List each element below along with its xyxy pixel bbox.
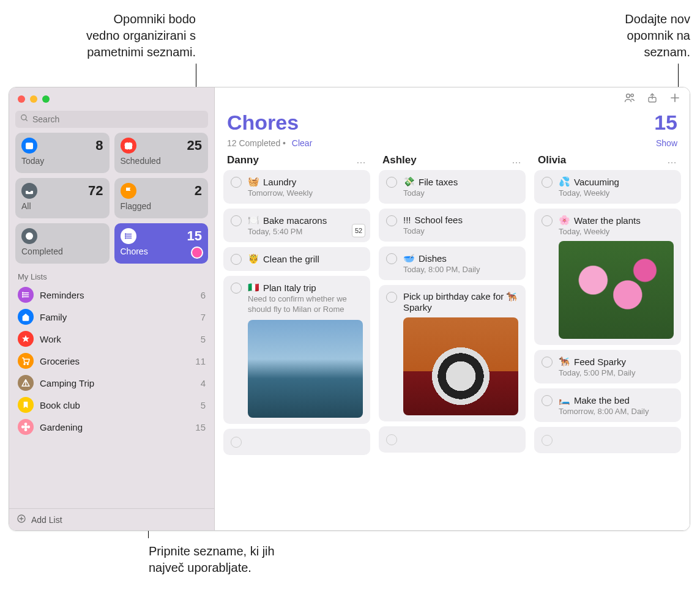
home-icon — [18, 309, 34, 325]
reminder-title: Bake macarons — [263, 215, 327, 226]
reminder-card[interactable]: 🌸Water the plants Today, Weekly — [534, 209, 681, 345]
new-reminder-placeholder[interactable] — [379, 426, 526, 453]
reminder-title: Dishes — [419, 253, 447, 264]
reminder-card[interactable]: 🥣Dishes Today, 8:00 PM, Daily — [379, 246, 526, 280]
complete-checkbox[interactable] — [386, 292, 397, 303]
clear-completed-button[interactable]: Clear — [292, 138, 312, 148]
svg-point-19 — [23, 294, 23, 295]
smart-list-scheduled[interactable]: 25 Scheduled — [114, 133, 209, 173]
smart-list-count: 8 — [95, 138, 103, 154]
list-header: Chores 15 — [215, 111, 690, 138]
reminder-card[interactable]: 💸File taxes Today — [379, 170, 526, 204]
list-name: Family — [40, 312, 195, 322]
close-window-button[interactable] — [18, 95, 25, 103]
plus-circle-icon — [17, 514, 26, 525]
fullscreen-window-button[interactable] — [42, 95, 50, 103]
column-more-button[interactable]: … — [512, 155, 522, 166]
list-row[interactable]: Groceries 11 — [9, 350, 214, 372]
emoji-icon: 🌸 — [559, 215, 570, 226]
collaborate-icon[interactable] — [624, 92, 636, 106]
complete-checkbox[interactable] — [231, 215, 242, 226]
flag-icon — [121, 183, 136, 199]
smart-list-all[interactable]: 72 All — [15, 178, 110, 218]
smart-list-completed[interactable]: Completed — [15, 223, 110, 264]
reminder-subtext: Today — [403, 226, 518, 235]
smart-list-count: 72 — [88, 183, 103, 199]
smart-list-flagged[interactable]: 2 Flagged — [114, 178, 209, 218]
list-icon — [18, 287, 34, 303]
add-reminder-button[interactable] — [669, 92, 681, 106]
svg-point-13 — [125, 235, 125, 236]
list-subheader: 12 Completed • Clear Show — [215, 138, 690, 154]
search-input[interactable] — [15, 111, 208, 128]
list-count: 15 — [195, 422, 206, 432]
reminder-card[interactable]: !!! School fees Today — [379, 209, 526, 242]
my-lists: Reminders 6 Family 7 Work 5 Groceries 11… — [9, 284, 214, 508]
smart-list-name: Completed — [21, 246, 103, 256]
svg-point-18 — [23, 292, 23, 293]
new-reminder-placeholder[interactable] — [534, 427, 681, 453]
minimize-window-button[interactable] — [30, 95, 37, 103]
reminder-card[interactable]: Pick up birthday cake for 🐕‍🦺 Sparky — [379, 285, 526, 421]
reminder-image — [248, 320, 363, 418]
svg-point-32 — [631, 94, 633, 97]
reminder-title: School fees — [415, 215, 463, 225]
list-name: Groceries — [40, 356, 189, 366]
emoji-icon: 🐕‍🦺 — [559, 356, 570, 367]
column-assignee: Ashley — [382, 154, 417, 166]
reminder-card[interactable]: 🛏️Make the bed Tomorrow, 8:00 AM, Daily — [534, 388, 681, 422]
smart-list-today[interactable]: 8 Today — [15, 133, 110, 173]
reminder-subtext: Today, 8:00 PM, Daily — [403, 265, 518, 274]
list-row[interactable]: Reminders 6 — [9, 284, 214, 306]
list-row[interactable]: Family 7 — [9, 306, 214, 328]
reminder-note: Need to confirm whether we should fly to… — [248, 294, 363, 315]
complete-checkbox[interactable] — [386, 434, 397, 445]
column-assignee: Olivia — [538, 154, 566, 166]
complete-checkbox[interactable] — [231, 254, 242, 265]
my-lists-heading: My Lists — [9, 264, 214, 284]
show-completed-button[interactable]: Show — [656, 138, 677, 148]
reminder-subtext: Tomorrow, Weekly — [248, 188, 363, 198]
complete-checkbox[interactable] — [386, 215, 397, 226]
column: Olivia … 💦Vacuuming Today, Weekly 🌸Water… — [534, 154, 681, 530]
svg-rect-3 — [27, 144, 32, 145]
svg-point-24 — [24, 423, 26, 425]
reminder-title: Laundry — [263, 177, 296, 187]
column: Ashley … 💸File taxes Today !!! School fe… — [379, 154, 526, 530]
complete-checkbox[interactable] — [542, 177, 553, 188]
bookmark-icon — [18, 397, 34, 413]
list-row[interactable]: Camping Trip 4 — [9, 372, 214, 394]
reminder-card[interactable]: 🐕‍🦺Feed Sparky Today, 5:00 PM, Daily — [534, 350, 681, 383]
list-icon — [121, 228, 136, 244]
sidebar: 8 Today 25 Scheduled 72 All 2 Flagged Co… — [9, 87, 215, 530]
complete-checkbox[interactable] — [231, 177, 242, 188]
column-more-button[interactable]: … — [356, 155, 367, 166]
complete-checkbox[interactable] — [386, 253, 397, 264]
list-row[interactable]: Book club 5 — [9, 394, 214, 416]
complete-checkbox[interactable] — [542, 395, 553, 406]
add-list-button[interactable]: Add List — [9, 508, 214, 530]
reminder-card[interactable]: 💦Vacuuming Today, Weekly — [534, 170, 681, 204]
list-row[interactable]: Work 5 — [9, 328, 214, 350]
emoji-icon: 🤴 — [248, 253, 259, 264]
complete-checkbox[interactable] — [542, 215, 553, 226]
smart-list-count: 15 — [187, 228, 202, 244]
reminder-card[interactable]: 🍽️Bake macarons Today, 5:40 PM 52 — [223, 209, 370, 242]
complete-checkbox[interactable] — [542, 357, 553, 368]
smart-list-chores[interactable]: 15 Chores — [114, 223, 209, 264]
new-reminder-placeholder[interactable] — [223, 429, 370, 455]
svg-point-20 — [23, 297, 23, 297]
complete-checkbox[interactable] — [231, 437, 242, 448]
complete-checkbox[interactable] — [231, 283, 242, 294]
reminder-card[interactable]: 🇮🇹Plan Italy trip Need to confirm whethe… — [223, 276, 370, 424]
reminder-title: Pick up birthday cake for 🐕‍🦺 Sparky — [403, 291, 518, 313]
complete-checkbox[interactable] — [542, 435, 553, 446]
reminder-title: Plan Italy trip — [263, 283, 316, 293]
column-more-button[interactable]: … — [667, 155, 677, 166]
reminder-card[interactable]: 🤴Clean the grill — [223, 247, 370, 271]
emoji-icon: 💸 — [403, 176, 415, 187]
list-row[interactable]: Gardening 15 — [9, 416, 214, 438]
complete-checkbox[interactable] — [386, 177, 397, 188]
share-icon[interactable] — [647, 92, 658, 106]
reminder-card[interactable]: 🧺Laundry Tomorrow, Weekly — [223, 170, 370, 204]
